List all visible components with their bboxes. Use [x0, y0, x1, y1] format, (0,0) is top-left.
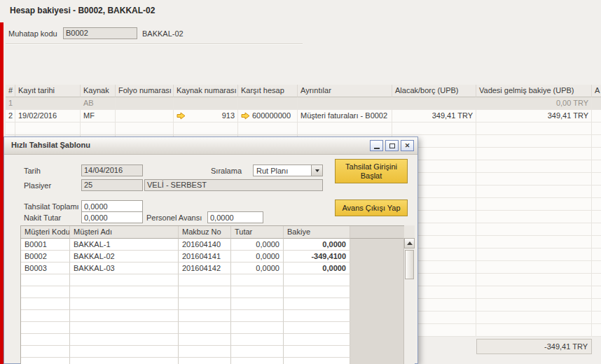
cell-musteri-kodu: B0002: [21, 251, 70, 262]
empty-row: [21, 346, 404, 358]
minimize-icon: [374, 148, 380, 149]
arrow-up-icon: [407, 241, 413, 245]
cell-vadesi-bakiye: 349,41 TRY: [476, 110, 592, 122]
close-button[interactable]: ✕: [401, 140, 414, 151]
table-row[interactable]: 1 AB 0,00 TRY: [6, 97, 601, 110]
cell-karsit-hesap: [238, 97, 298, 110]
cell-num: 1: [6, 97, 15, 110]
empty-row: [21, 286, 404, 298]
cell-clipped: [592, 97, 601, 110]
cell-filler: [350, 262, 404, 274]
vertical-scrollbar[interactable]: [403, 238, 415, 364]
vadesi-bakiye-total: -349,41 TRY: [476, 339, 592, 354]
cell-filler: [350, 239, 404, 251]
cell-alacak-borc: 349,41 TRY: [392, 110, 476, 122]
list-item[interactable]: B0001 BAKKAL-1 201604140 0,0000 0,0000: [21, 239, 404, 251]
col-header-musteri-adi: Müşteri Adı: [70, 226, 179, 239]
avans-cikisi-yap-button[interactable]: Avans Çıkışı Yap: [335, 200, 408, 216]
empty-row: [21, 322, 404, 334]
cell-clipped: [592, 110, 601, 122]
col-header-folyo-numarasi: Folyo numarası: [116, 85, 174, 97]
muhatap-name-text: BAKKAL-02: [142, 29, 184, 38]
close-icon: ✕: [405, 143, 410, 149]
cell-tutar[interactable]: 0,0000: [231, 251, 284, 262]
siralama-selected-value: Rut Planı: [256, 167, 288, 175]
col-header-filler: [350, 226, 404, 239]
empty-row: [6, 122, 601, 135]
total-value: -349,41 TRY: [544, 342, 588, 351]
dropdown-button[interactable]: [311, 165, 322, 176]
cell-kayit-tarihi: 19/02/2016: [15, 110, 81, 122]
minimize-button[interactable]: [370, 140, 383, 151]
hesap-bakiyesi-window: Hesap bakiyesi - B0002, BAKKAL-02 Muhata…: [0, 0, 601, 364]
tarih-label: Tarih: [24, 167, 41, 175]
dialog-title: Hızlı Tahsilat Şablonu: [11, 141, 90, 149]
empty-row: [21, 334, 404, 346]
cell-kaynak-no: [174, 97, 238, 110]
tahsilat-girisini-baslat-button[interactable]: Tahsilat Girişini Başlat: [335, 159, 408, 183]
col-header-karsit-hesap: Karşıt hesap: [238, 85, 298, 97]
siralama-label: Sıralama: [211, 167, 242, 175]
cell-bakiye: 0,0000: [284, 239, 350, 251]
cell-num: 2: [6, 110, 15, 122]
cell-bakiye: -349,4100: [284, 251, 350, 262]
window-controls: ✕: [370, 140, 414, 151]
col-header-kaynak: Kaynak: [81, 85, 116, 97]
chevron-down-icon: [315, 169, 319, 172]
tarih-field: 14/04/2016: [81, 164, 143, 176]
link-arrow-icon[interactable]: [177, 112, 186, 120]
col-header-bakiye: Bakiye: [284, 226, 350, 239]
col-header-musteri-kodu: Müşteri Kodu: [21, 226, 70, 239]
cell-folyo-no: [116, 97, 174, 110]
tahsilat-toplami-input[interactable]: [81, 200, 143, 212]
cell-tutar[interactable]: 0,0000: [231, 262, 284, 274]
cell-makbuz-no: 201604140: [179, 239, 231, 251]
col-header-num: #: [6, 85, 15, 97]
empty-row: [21, 310, 404, 322]
collection-table-header-row: Müşteri Kodu Müşteri Adı Makbuz No Tutar…: [21, 226, 404, 239]
col-header-kayit-tarihi: Kayıt tarihi: [15, 85, 81, 97]
cell-kaynak: MF: [81, 110, 116, 122]
kaynak-no-value: 913: [222, 110, 235, 122]
scroll-up-button[interactable]: [404, 238, 415, 248]
empty-row: [21, 298, 404, 310]
cell-musteri-adi: BAKKAL-03: [70, 262, 179, 274]
muhatap-kodu-label: Muhatap kodu: [8, 29, 57, 38]
cell-makbuz-no: 201604142: [179, 262, 231, 274]
dialog-body: Tarih 14/04/2016 Sıralama Rut Planı Tahs…: [4, 155, 417, 364]
siralama-dropdown[interactable]: Rut Planı: [253, 164, 323, 176]
cell-musteri-adi: BAKKAL-02: [70, 251, 179, 262]
muhatap-kodu-field: B0002: [63, 27, 137, 39]
cell-kayit-tarihi: [15, 97, 81, 110]
cell-tutar[interactable]: 0,0000: [231, 239, 284, 251]
tahsilat-toplami-label: Tahsilat Toplamı: [24, 202, 79, 211]
list-item[interactable]: B0002 BAKKAL-02 201604141 0,0000 -349,41…: [21, 251, 404, 262]
col-header-tutar: Tutar: [231, 226, 284, 239]
nakit-tutar-label: Nakit Tutar: [24, 214, 61, 222]
cell-folyo-no: [116, 110, 174, 122]
plasiyer-code-field: 25: [81, 179, 143, 191]
cell-musteri-adi: BAKKAL-1: [70, 239, 179, 251]
cell-makbuz-no: 201604141: [179, 251, 231, 262]
maximize-button[interactable]: [385, 140, 399, 151]
list-item[interactable]: B0003 BAKKAL-03 201604142 0,0000 0,0000: [21, 262, 404, 274]
cell-musteri-kodu: B0001: [21, 239, 70, 251]
dialog-titlebar[interactable]: Hızlı Tahsilat Şablonu ✕: [4, 137, 417, 155]
link-arrow-icon[interactable]: [241, 112, 250, 120]
personel-avansi-input[interactable]: [207, 211, 263, 223]
col-header-kaynak-numarasi: Kaynak numarası: [174, 85, 238, 97]
cell-vadesi-bakiye: 0,00 TRY: [476, 97, 592, 110]
cell-ayrintilar: Müşteri faturaları - B0002: [298, 110, 392, 122]
karsit-hesap-value: 600000000: [252, 110, 291, 122]
header-separator: [6, 43, 303, 45]
empty-row: [21, 358, 404, 364]
plasiyer-label: Plasiyer: [24, 181, 51, 190]
collection-table: Müşteri Kodu Müşteri Adı Makbuz No Tutar…: [20, 225, 415, 364]
col-header-makbuz-no: Makbuz No: [179, 226, 231, 239]
plasiyer-name-field: VELİ - SERBEST: [144, 179, 323, 191]
table-row[interactable]: 2 19/02/2016 MF 913 600000000 Müşteri: [6, 110, 601, 122]
cell-kaynak-no: 913: [174, 110, 238, 122]
nakit-tutar-input[interactable]: [81, 211, 143, 223]
scrollbar-thumb[interactable]: [405, 250, 414, 279]
window-title: Hesap bakiyesi - B0002, BAKKAL-02: [10, 6, 155, 15]
